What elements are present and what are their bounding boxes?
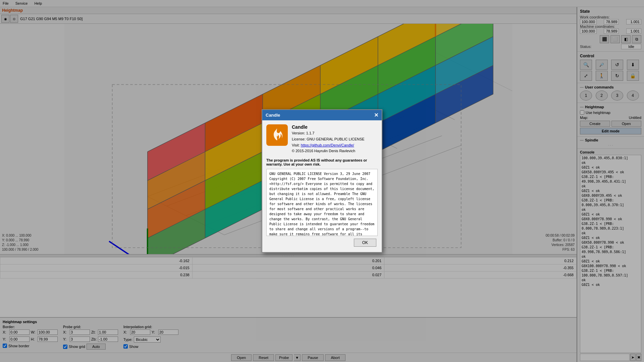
modal-header: Candle ✕ — [262, 110, 382, 120]
modal-close-button[interactable]: ✕ — [374, 112, 378, 118]
modal-version: Version: 1.1.7 — [292, 130, 378, 136]
modal-body: Candle Version: 1.1.7 License: GNU GENER… — [262, 120, 382, 252]
modal-license-box[interactable]: GNU GENERAL PUBLIC LICENSE Version 3, 29… — [266, 169, 378, 236]
modal-visit-link[interactable]: https://github.com/Denvi/Candle/ — [301, 143, 354, 147]
modal-ok-button[interactable]: OK — [354, 239, 376, 247]
modal-overlay: Candle ✕ Candle Version: 1.1.7 License: … — [0, 0, 644, 362]
modal-license-label: License: GNU GENERAL PUBLIC LICENSE — [292, 136, 378, 142]
modal-visit-row: Visit: https://github.com/Denvi/Candle/ — [292, 142, 378, 148]
modal-visit-label: Visit: — [292, 143, 300, 147]
app-icon — [266, 124, 288, 146]
modal-title: Candle — [266, 113, 280, 118]
modal-warning: The program is provided AS IS without an… — [266, 158, 378, 166]
modal-app-row: Candle Version: 1.1.7 License: GNU GENER… — [266, 124, 378, 154]
about-dialog: Candle ✕ Candle Version: 1.1.7 License: … — [262, 109, 382, 252]
modal-copyright: © 2015-2016 Hayrulin Denis Ravlevich — [292, 148, 378, 154]
modal-app-name: Candle — [292, 124, 378, 130]
modal-footer: OK — [266, 239, 378, 248]
modal-app-info: Candle Version: 1.1.7 License: GNU GENER… — [292, 124, 378, 154]
